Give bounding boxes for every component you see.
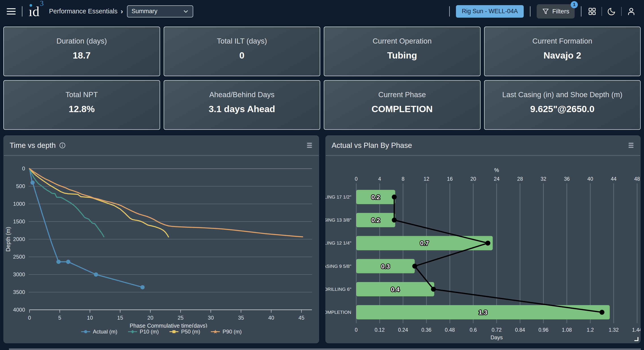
legend-label: P90 (m) xyxy=(222,329,242,335)
svg-text:0.36: 0.36 xyxy=(422,327,432,333)
divider xyxy=(621,7,622,16)
scrollbar-thumb[interactable] xyxy=(9,349,641,350)
menu-icon[interactable] xyxy=(7,8,16,14)
legend-item[interactable]: P90 (m) xyxy=(210,329,242,335)
kpi-card-last-casing: Last Casing (in) and Shoe Depth (m) 9.62… xyxy=(484,80,641,130)
kpi-label: Current Formation xyxy=(484,37,640,45)
time-vs-depth-panel: Time vs depth 05001000150020002500300035… xyxy=(3,135,319,343)
svg-text:36: 36 xyxy=(564,176,570,182)
svg-text:2000: 2000 xyxy=(13,236,25,242)
star-marker-icon xyxy=(210,329,220,334)
svg-text:0.6: 0.6 xyxy=(470,327,477,333)
svg-text:15: 15 xyxy=(117,315,123,321)
kpi-value: COMPLETION xyxy=(324,104,480,114)
svg-text:10: 10 xyxy=(87,315,93,321)
square-marker-icon xyxy=(169,329,179,334)
svg-text:5: 5 xyxy=(58,315,61,321)
svg-text:0.2: 0.2 xyxy=(372,217,380,224)
svg-text:2500: 2500 xyxy=(13,254,25,260)
svg-text:3000: 3000 xyxy=(13,271,25,277)
svg-text:48: 48 xyxy=(634,176,640,182)
panel-resize-handle[interactable] xyxy=(634,337,638,341)
svg-text:0: 0 xyxy=(355,176,358,182)
funnel-icon xyxy=(542,8,549,15)
user-profile-button[interactable] xyxy=(626,7,636,16)
breadcrumb[interactable]: Performance Essentials xyxy=(49,7,118,15)
svg-text:CASING 13 3/8": CASING 13 3/8" xyxy=(325,217,351,222)
user-icon xyxy=(626,7,636,16)
horizontal-scrollbar xyxy=(0,349,644,350)
kpi-label: Duration (days) xyxy=(4,37,160,45)
actual-vs-plan-panel: Actual vs Plan By Phase %048121620242832… xyxy=(325,135,641,343)
divider xyxy=(602,7,602,16)
panel-menu-icon[interactable] xyxy=(306,142,313,149)
svg-text:0.84: 0.84 xyxy=(515,327,525,333)
chevron-down-icon xyxy=(183,8,189,14)
svg-text:1.44: 1.44 xyxy=(632,327,641,333)
kpi-card-total-ilt: Total ILT (days) 0 xyxy=(164,26,320,76)
panel-menu-icon[interactable] xyxy=(628,142,634,149)
diamond-marker-icon xyxy=(128,329,138,334)
kpi-value: 18.7 xyxy=(4,50,160,61)
svg-text:40: 40 xyxy=(268,315,274,321)
svg-text:0.24: 0.24 xyxy=(398,327,408,333)
info-icon[interactable] xyxy=(59,142,66,149)
kpi-card-current-formation: Current Formation Navajo 2 xyxy=(484,26,641,76)
app-logo: ıd3 xyxy=(28,4,43,18)
legend-item[interactable]: P10 (m) xyxy=(128,329,159,335)
panel-header: Time vs depth xyxy=(4,135,319,156)
time-vs-depth-chart[interactable]: 0500100015002000250030003500400005101520… xyxy=(3,156,319,328)
page-select[interactable]: Summary xyxy=(127,5,193,17)
svg-text:4000: 4000 xyxy=(13,307,25,313)
filters-button[interactable]: Filters xyxy=(537,4,575,18)
svg-text:35: 35 xyxy=(238,315,244,321)
kpi-label: Current Operation xyxy=(324,37,480,45)
filters-label: Filters xyxy=(552,8,569,15)
svg-text:16: 16 xyxy=(447,176,453,182)
logo-dot xyxy=(30,4,32,7)
panel-header: Actual vs Plan By Phase xyxy=(326,135,640,156)
divider xyxy=(22,6,22,16)
actual-vs-plan-chart[interactable]: %04812162024283236404448DRILLING 17 1/2"… xyxy=(325,156,641,341)
kpi-card-ahead-behind: Ahead/Behind Days 3.1 days Ahead xyxy=(164,80,320,130)
svg-text:DRILLING 6": DRILLING 6" xyxy=(325,287,351,292)
svg-text:3500: 3500 xyxy=(13,289,25,295)
kpi-label: Last Casing (in) and Shoe Depth (m) xyxy=(484,90,640,99)
svg-text:44: 44 xyxy=(611,176,617,182)
svg-text:0.2: 0.2 xyxy=(372,194,380,200)
svg-text:0.7: 0.7 xyxy=(420,240,429,247)
svg-text:0.4: 0.4 xyxy=(391,286,400,293)
svg-text:1.08: 1.08 xyxy=(562,327,572,333)
svg-text:12: 12 xyxy=(424,176,429,182)
legend-item[interactable]: P50 (m) xyxy=(169,329,200,335)
svg-text:4: 4 xyxy=(378,176,381,182)
apps-grid-button[interactable] xyxy=(588,7,596,16)
top-navbar: ıd3 Performance Essentials › Summary Rig… xyxy=(0,0,644,22)
circle-marker-icon xyxy=(81,329,90,334)
svg-text:CASING 9 5/8": CASING 9 5/8" xyxy=(325,264,351,269)
svg-text:32: 32 xyxy=(541,176,546,182)
well-selector-button[interactable]: Rig Sun - WELL-04A xyxy=(456,5,524,18)
svg-text:25: 25 xyxy=(178,315,184,321)
svg-text:0.3: 0.3 xyxy=(381,263,390,270)
legend-item[interactable]: Actual (m) xyxy=(81,329,117,335)
kpi-value: 12.8% xyxy=(4,104,160,114)
svg-text:Days: Days xyxy=(490,334,503,341)
kpi-value: Navajo 2 xyxy=(484,50,640,61)
svg-text:%: % xyxy=(494,167,499,173)
svg-text:0: 0 xyxy=(28,315,31,321)
svg-text:28: 28 xyxy=(517,176,523,182)
legend-label: P50 (m) xyxy=(181,329,200,335)
svg-text:40: 40 xyxy=(588,176,593,182)
theme-toggle-button[interactable] xyxy=(607,7,616,16)
svg-text:Depth (m): Depth (m) xyxy=(5,227,11,251)
chart-legend: Actual (m)P10 (m)P50 (m)P90 (m) xyxy=(3,329,319,335)
svg-text:1500: 1500 xyxy=(13,218,25,224)
kpi-value: Tubing xyxy=(324,50,480,61)
svg-text:COMPLETION: COMPLETION xyxy=(325,310,351,315)
svg-text:20: 20 xyxy=(470,176,476,182)
kpi-card-current-phase: Current Phase COMPLETION xyxy=(324,80,480,130)
kpi-label: Current Phase xyxy=(324,90,480,99)
panel-title: Actual vs Plan By Phase xyxy=(332,141,412,150)
svg-text:DRILLING 12 1/4": DRILLING 12 1/4" xyxy=(325,240,351,245)
